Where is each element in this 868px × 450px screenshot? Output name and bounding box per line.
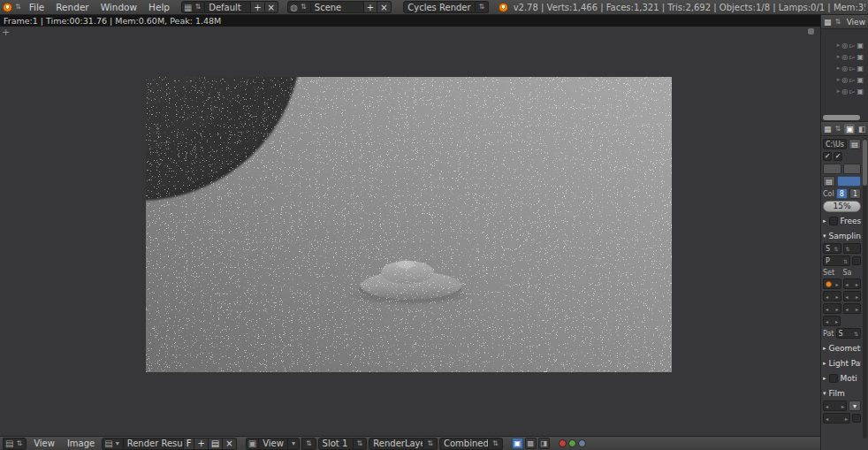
collapse-icon[interactable]: ▸ <box>823 217 826 225</box>
clamp-direct-field[interactable]: ◂ ▸ <box>823 291 841 301</box>
depth-8-button[interactable]: 8 <box>836 188 848 199</box>
panel-light-paths[interactable]: ▸ Light Pat <box>823 357 861 369</box>
visibility-eye-icon[interactable]: ◎ <box>841 65 848 72</box>
render-engine-select[interactable]: Cycles Render ⇅ <box>403 1 489 13</box>
open-image-button[interactable]: ▤ <box>209 438 223 450</box>
output-option-button[interactable] <box>823 164 841 174</box>
panel-motion-blur[interactable]: ▸ Moti <box>823 372 861 384</box>
outliner-editor-icon[interactable]: ▦ <box>824 18 832 27</box>
fake-user-button[interactable]: F <box>184 438 195 450</box>
slot-dropdown[interactable]: Slot 1 ⇅ <box>318 438 368 450</box>
unlink-image-button[interactable]: × <box>223 438 236 450</box>
add-layout-button[interactable]: + <box>251 1 264 13</box>
collapse-icon[interactable]: ▸ <box>823 375 826 382</box>
collapse-icon[interactable]: ▸ <box>823 345 826 352</box>
visibility-eye-icon[interactable]: ◎ <box>841 53 848 61</box>
renderable-camera-icon[interactable]: ▣ <box>857 88 864 95</box>
expand-icon[interactable]: ▸ <box>837 53 841 60</box>
film-option-button[interactable]: ▾ <box>849 400 861 411</box>
seed-field[interactable]: ▸ <box>823 278 841 289</box>
menu-render[interactable]: Render <box>50 0 94 14</box>
scene-browse-button[interactable]: ◍ ⇅ <box>287 1 310 13</box>
collapse-icon[interactable]: ▾ <box>823 390 826 397</box>
compression-slider[interactable]: 15% <box>823 201 861 212</box>
sampling-last-field[interactable]: ◂ ▸ <box>823 316 841 326</box>
menu-image[interactable]: Image <box>62 437 100 450</box>
tab-render-layers[interactable]: ◧ <box>857 124 867 134</box>
render-layer-dropdown[interactable]: RenderLayer ⇅ <box>369 438 438 450</box>
menu-view[interactable]: View <box>28 437 60 450</box>
blue-channel-icon[interactable] <box>578 439 586 447</box>
square-samples-checkbox[interactable] <box>852 256 861 265</box>
outliner-row[interactable]: ▸ ◎ ▻ ▣ <box>821 40 868 50</box>
add-scene-button[interactable]: + <box>364 1 377 13</box>
rgba-toggle-button[interactable] <box>837 176 861 187</box>
menu-file[interactable]: File <box>24 0 50 14</box>
integrator-dropdown[interactable]: S ⇅ <box>823 243 841 254</box>
editor-type-chevrons-icon[interactable]: ⇅ <box>13 4 23 11</box>
sampling-stepper-field[interactable]: ⇅ <box>843 243 862 254</box>
visibility-eye-icon[interactable]: ◎ <box>841 88 848 95</box>
collapse-icon[interactable]: ▸ <box>823 360 826 367</box>
pattern-dropdown[interactable]: S ⇅ <box>836 328 861 339</box>
panel-freestyle[interactable]: ▸ Frees <box>823 215 861 226</box>
outliner-hscrollbar[interactable] <box>821 113 868 121</box>
visibility-eye-icon[interactable]: ◎ <box>841 76 848 84</box>
file-extensions-checkbox[interactable]: ✓ <box>834 152 842 161</box>
view-mode-dropdown[interactable]: ▣ View ▾ <box>246 438 300 450</box>
overwrite-checkbox[interactable]: ✓ <box>823 152 832 161</box>
expand-icon[interactable]: ▸ <box>837 42 841 49</box>
selectable-icon[interactable]: ▻ <box>849 42 855 50</box>
renderable-camera-icon[interactable]: ▣ <box>857 65 864 72</box>
display-channel-color-button[interactable]: ▩ <box>525 438 537 449</box>
outliner-row[interactable]: ▸ ◎ ▻ ▣ <box>821 86 868 96</box>
region-expand-widget[interactable]: + <box>2 27 10 37</box>
selectable-icon[interactable]: ▻ <box>849 76 855 84</box>
selectable-icon[interactable]: ▻ <box>849 53 855 61</box>
delete-scene-button[interactable]: × <box>377 1 391 13</box>
image-browse-button[interactable]: ▤ ▾ <box>102 438 123 450</box>
clamp-indirect-field[interactable]: ◂ ▸ <box>823 303 841 314</box>
renderable-camera-icon[interactable]: ▣ <box>857 76 864 84</box>
sampling-p-field[interactable]: P ⇅ <box>823 256 850 266</box>
display-channel-color-alpha-button[interactable]: ▣ <box>512 438 523 449</box>
sampling-extra-field[interactable]: ◂ ▸ <box>843 303 862 314</box>
panel-geometry[interactable]: ▸ Geometr <box>823 342 861 354</box>
green-channel-icon[interactable] <box>568 439 576 447</box>
motion-blur-checkbox[interactable] <box>829 374 838 383</box>
expand-icon[interactable]: ▸ <box>837 88 841 95</box>
output-option-button[interactable] <box>843 164 862 174</box>
renderable-camera-icon[interactable]: ▣ <box>857 53 864 61</box>
display-channel-alpha-button[interactable]: ◨ <box>538 438 550 449</box>
transparent-checkbox[interactable] <box>852 414 861 423</box>
animated-value-icon[interactable] <box>826 281 832 287</box>
outliner-row[interactable]: ▸ ◎ ▻ ▣ <box>821 74 868 85</box>
visibility-eye-icon[interactable]: ◎ <box>841 42 848 50</box>
exposure-field[interactable]: ◂ ▸ <box>823 400 847 411</box>
expand-icon[interactable]: ▸ <box>837 76 841 83</box>
outliner-row[interactable]: ▸ ◎ ▻ ▣ <box>821 63 868 73</box>
panel-sampling[interactable]: ▾ Samplin <box>823 230 861 241</box>
delete-layout-button[interactable]: × <box>265 1 278 13</box>
properties-scrollbar[interactable] <box>863 138 867 439</box>
tab-render[interactable]: ▣ <box>844 124 855 134</box>
render-samples-field[interactable]: ◂ ▸ <box>843 278 862 289</box>
renderable-camera-icon[interactable]: ▣ <box>857 42 864 50</box>
render-pass-dropdown[interactable]: Combined ⇅ <box>439 438 503 450</box>
panel-film[interactable]: ▾ Film <box>823 387 861 399</box>
expand-icon[interactable]: ▸ <box>837 65 841 72</box>
output-path-field[interactable]: C:\Us <box>823 139 847 149</box>
file-format-button[interactable]: ▤ <box>823 176 835 187</box>
depth-16-button[interactable]: 1 <box>849 188 861 199</box>
film-extra-field[interactable]: ◂ ▸ <box>823 413 850 423</box>
red-channel-icon[interactable] <box>559 439 567 447</box>
outliner-view-menu[interactable]: View <box>847 18 865 27</box>
image-editor-canvas[interactable]: + <box>0 27 820 436</box>
menu-window[interactable]: Window <box>95 0 142 14</box>
scrollbar-handle[interactable] <box>823 115 860 120</box>
properties-editor-icon[interactable]: ▦ <box>824 125 832 133</box>
editor-type-button[interactable]: ▤ ⇅ <box>3 438 27 450</box>
scene-name[interactable]: Scene <box>311 1 364 13</box>
canvas-scrollbar[interactable] <box>808 28 814 34</box>
menu-help[interactable]: Help <box>143 0 175 14</box>
